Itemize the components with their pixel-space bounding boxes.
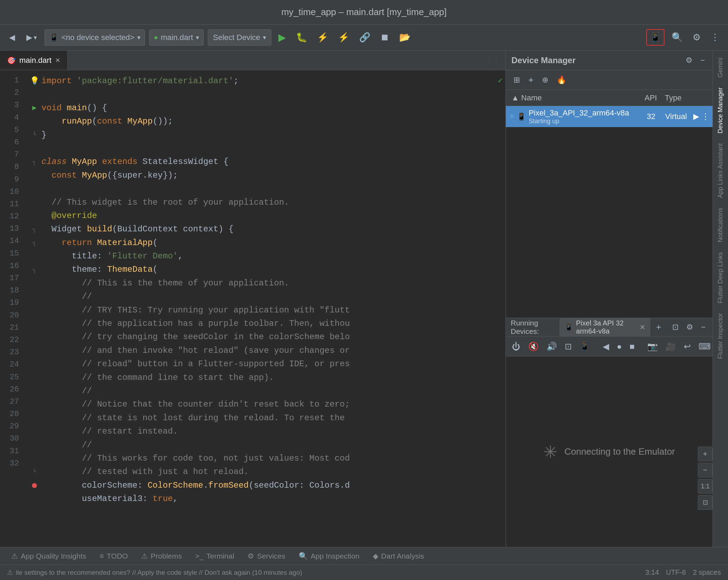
select-device-button[interactable]: Select Device ▾ [208,29,272,46]
tab-todo[interactable]: ≡ TODO [94,550,134,562]
screenshot-button[interactable]: 📷 [644,340,661,353]
window-title: my_time_app – main.dart [my_time_app] [281,7,446,18]
tab-label: main.dart [19,56,52,65]
sidebar-tab-app-links[interactable]: App Links Assistant [715,139,726,202]
running-expand-button[interactable]: ⊡ [670,321,681,333]
running-minimize-button[interactable]: − [699,321,708,333]
keyboard-button[interactable]: ⌨ [696,340,714,353]
home-button[interactable]: ● [614,340,625,353]
device-row[interactable]: ✳ 📱 Pixel_3a_API_32_arm64-v8a Starting u… [506,106,713,127]
file-dropdown[interactable]: ● main.dart ▾ [149,29,204,46]
tab-services[interactable]: ⚙ Services [242,550,291,562]
rotate-button[interactable]: ⊡ [562,340,575,353]
tab-app-quality[interactable]: ⚠ App Quality Insights [6,550,92,562]
fold-icon[interactable]: ┐ [33,157,37,167]
running-settings-button[interactable]: ⚙ [684,321,695,333]
device-manager-minimize-button[interactable]: − [698,54,707,66]
code-line: // This works for code too, not just val… [27,452,505,465]
device-loading-icon: ✳ [509,112,515,121]
volume-down-button[interactable]: 🔇 [525,340,542,353]
sidebar-tab-notifications[interactable]: Notifications [715,204,726,246]
device-dropdown[interactable]: 📱 <no device selected> ▾ [45,29,145,46]
tab-close-button[interactable]: ✕ [55,57,60,64]
device-more-button[interactable]: ⋮ [701,112,710,121]
stop-nav-button[interactable]: ■ [627,340,638,353]
zoom-in-button[interactable]: + [698,447,713,461]
undo-button[interactable]: ↩ [681,340,694,353]
zoom-reset-button[interactable]: 1:1 [698,479,713,494]
code-line: ┐ class MyApp extends StatelessWidget { [27,155,505,169]
dm-add-device-button[interactable]: + [526,73,536,87]
fold-icon[interactable]: ┐ [33,265,37,275]
tab-app-inspection[interactable]: 🔍 App Inspection [293,550,365,562]
device-manager-settings-button[interactable]: ⚙ [683,54,695,66]
debug-button[interactable]: 🐛 [293,30,310,45]
code-line: // try changing the seedColor in the col… [27,330,505,344]
zoom-fit-button[interactable]: ⊡ [698,495,713,510]
device-manager-toolbar-button[interactable]: 📱 [646,29,664,46]
tab-main-dart[interactable]: 🎯 main.dart ✕ [0,51,68,70]
volume-up-button[interactable]: 🔊 [544,340,560,353]
power-button[interactable]: ⏻ [509,340,523,353]
fold-icon[interactable]: └ [33,467,37,477]
current-line-arrow: ▶ [32,103,37,114]
sidebar-tab-device-manager[interactable]: Device Manager [715,83,726,138]
back-button[interactable]: ◀ [6,31,19,44]
tab-terminal[interactable]: >_ Terminal [190,550,240,562]
connecting-indicator: ✳ Connecting to the Emulator [543,442,675,462]
device-actions: ▶ ⋮ [693,112,710,121]
main-toolbar: ◀ ▶ ▾ 📱 <no device selected> ▾ ● main.da… [0,25,728,51]
dm-layout-button[interactable]: ⊞ [511,74,522,86]
run-button[interactable]: ▶ [276,29,289,45]
dm-firebase-button[interactable]: 🔥 [555,74,568,86]
running-device-name: Pixel 3a API 32 arm64-v8a [576,319,637,335]
device-file-explorer-button[interactable]: 📂 [396,30,413,45]
fold-icon[interactable]: ┐ [33,224,37,235]
running-devices-label: Running Devices: [511,319,556,336]
screenrecord-button[interactable]: 🎥 [663,340,679,353]
forward-button[interactable]: ▶ ▾ [23,31,40,44]
code-line: ┐ return MaterialApp( [27,236,505,250]
sidebar-tab-gemini[interactable]: Gemini [715,53,726,82]
running-device-close[interactable]: ✕ [640,323,646,331]
device-list-empty-space [506,127,713,318]
running-device-tab[interactable]: 📱 Pixel 3a API 32 arm64-v8a ✕ [560,318,650,337]
editor-options-button[interactable]: ⋮⋮ [486,56,500,65]
add-running-device-button[interactable]: + [654,322,663,333]
device-type-icon: 📱 [517,112,526,121]
dm-create-avd-button[interactable]: ⊕ [540,74,550,86]
status-encoding: UTF-8 [666,568,686,576]
zoom-out-button[interactable]: − [698,463,713,477]
code-line: // and then invoke "hot reload" (save yo… [27,344,505,357]
app-quality-icon: ⚠ [11,552,18,560]
search-toolbar-button[interactable]: 🔍 [669,30,686,45]
settings-toolbar-button[interactable]: ⚙ [690,30,703,45]
sidebar-tab-flutter-inspector[interactable]: Flutter Inspector [715,309,726,363]
running-devices-bar: Running Devices: 📱 Pixel 3a API 32 arm64… [506,318,713,337]
code-line: // the command line to start the app). [27,371,505,384]
code-editor[interactable]: 1 2 3 4 5 6 7 8 9 10 11 12 13 14 15 16 1… [0,70,505,547]
fold-icon[interactable]: ┐ [33,238,37,248]
attach-debug-button[interactable]: 🔗 [356,30,373,45]
fold-icon[interactable]: └ [33,130,37,140]
device-run-button[interactable]: ▶ [693,112,699,121]
breakpoint-dot [32,483,37,488]
dart-file-icon: 🎯 [7,56,16,65]
stop-button[interactable]: ⏹ [377,30,392,45]
code-line: @override [27,209,505,223]
sidebar-tab-flutter-deep-links[interactable]: Flutter Deep Links [715,248,726,308]
device-manager-toolbar: ⊞ + ⊕ 🔥 [506,70,713,90]
code-line: └ // tested with just a hot reload. [27,465,505,479]
editor-area: 🎯 main.dart ✕ ⋮⋮ 1 2 3 4 5 6 7 8 9 10 11 [0,51,505,547]
back-nav-button[interactable]: ◀ [600,340,612,353]
hot-reload-button[interactable]: ⚡ [335,30,352,45]
profile-button[interactable]: ⚡ [314,30,331,45]
more-actions-button[interactable]: ⋮ [708,30,722,45]
tab-problems[interactable]: ⚠ Problems [135,550,187,562]
code-line: // Notice that the counter didn't reset … [27,398,505,411]
app-inspection-icon: 🔍 [299,552,308,560]
tab-dart-analysis[interactable]: ◆ Dart Analysis [367,550,430,562]
fold-button[interactable]: 📱 [577,340,593,353]
device-api: 32 [637,112,665,121]
status-right: 3:14 UTF-8 2 spaces [645,568,721,576]
